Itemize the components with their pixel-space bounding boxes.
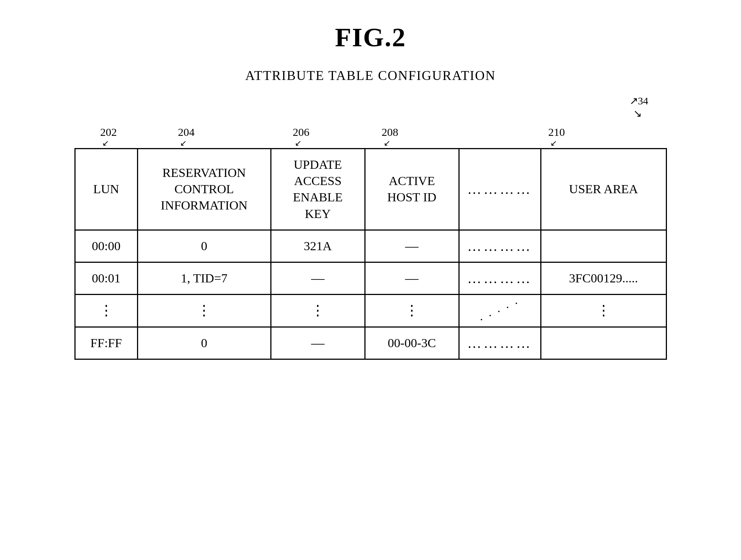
attribute-table-container: LUN RESERVATIONCONTROLINFORMATION UPDATE… — [74, 148, 667, 360]
cell-dots-1: ………… — [459, 230, 541, 262]
cell-user-vdots: ⋮ — [541, 294, 666, 327]
cell-lun-4: FF:FF — [75, 327, 137, 359]
cell-ahid-vdots: ⋮ — [365, 294, 459, 327]
cell-ahid-1: — — [365, 230, 459, 262]
ref-34-label: ↗34 ↘ — [630, 94, 648, 120]
cell-ahid-4: 00-00-3C — [365, 327, 459, 359]
cell-rci-vdots: ⋮ — [137, 294, 271, 327]
cell-rci-2: 1, TID=7 — [137, 262, 271, 294]
header-user-area: USER AREA — [541, 149, 666, 230]
ref-208: 208 ↙ — [382, 126, 398, 148]
cell-dots-4: ………… — [459, 327, 541, 359]
table-header-row: LUN RESERVATIONCONTROLINFORMATION UPDATE… — [75, 149, 666, 230]
cell-ahid-2: — — [365, 262, 459, 294]
table-row: FF:FF 0 — 00-00-3C ………… — [75, 327, 666, 359]
cell-uaek-2: — — [271, 262, 365, 294]
ref-210: 210 ↙ — [548, 126, 565, 148]
column-refs-row: 202 ↙ 204 ↙ 206 ↙ 208 ↙ 210 ↙ — [74, 120, 667, 148]
table-row: 00:01 1, TID=7 — — ………… 3FC001 — [75, 262, 666, 294]
cell-rci-1: 0 — [137, 230, 271, 262]
attribute-table: LUN RESERVATIONCONTROLINFORMATION UPDATE… — [74, 148, 667, 360]
cell-uaek-vdots: ⋮ — [271, 294, 365, 327]
section-label: ATTRIBUTE TABLE CONFIGURATION — [245, 68, 495, 83]
cell-dots-2: ………… — [459, 262, 541, 294]
header-uaek: UPDATEACCESSENABLEKEY — [271, 149, 365, 230]
cell-user-2: 3FC00129..... — [541, 262, 666, 294]
figure-title: FIG.2 — [335, 22, 406, 53]
header-ahid: ACTIVEHOST ID — [365, 149, 459, 230]
header-rci: RESERVATIONCONTROLINFORMATION — [137, 149, 271, 230]
ref-204: 204 ↙ — [178, 126, 195, 148]
ref-206: 206 ↙ — [293, 126, 310, 148]
cell-user-4 — [541, 327, 666, 359]
ref-202: 202 ↙ — [100, 126, 117, 148]
page-container: FIG.2 ATTRIBUTE TABLE CONFIGURATION ↗34 … — [0, 0, 741, 560]
cell-user-1 — [541, 230, 666, 262]
table-row-vdots: ⋮ ⋮ ⋮ ⋮ · · · · · ⋮ — [75, 294, 666, 327]
table-row: 00:00 0 321A — ………… — [75, 230, 666, 262]
cell-lun-1: 00:00 — [75, 230, 137, 262]
cell-lun-vdots: ⋮ — [75, 294, 137, 327]
cell-uaek-1: 321A — [271, 230, 365, 262]
header-dots: ………… — [459, 149, 541, 230]
cell-rci-4: 0 — [137, 327, 271, 359]
header-lun: LUN — [75, 149, 137, 230]
cell-uaek-4: — — [271, 327, 365, 359]
cell-lun-2: 00:01 — [75, 262, 137, 294]
cell-dots-vdots: · · · · · — [459, 294, 541, 327]
